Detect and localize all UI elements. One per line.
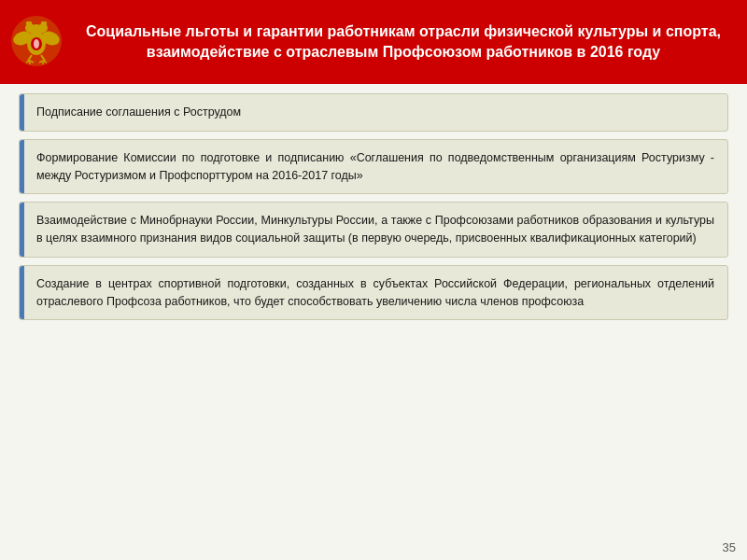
card-2: Формирование Комиссии по подготовке и по… [19,139,728,195]
card-text-1: Подписание соглашения с Рострудом [33,104,241,121]
slide-number: 35 [723,540,736,554]
card-accent-3 [20,203,24,257]
card-accent-2 [20,140,24,194]
header: Социальные льготы и гарантии работникам … [0,0,747,84]
svg-rect-8 [41,21,47,25]
card-3: Взаимодействие с Минобрнауки России, Мин… [19,202,728,258]
slide: Социальные льготы и гарантии работникам … [0,0,747,560]
svg-rect-7 [26,21,32,25]
card-1: Подписание соглашения с Рострудом [19,93,728,132]
content-area: Подписание соглашения с Рострудом Формир… [0,84,747,560]
card-accent-4 [20,266,24,320]
card-text-3: Взаимодействие с Минобрнауки России, Мин… [33,212,714,247]
card-text-2: Формирование Комиссии по подготовке и по… [33,149,714,185]
card-accent-1 [20,94,24,131]
svg-point-11 [34,39,39,49]
card-text-4: Создание в центрах спортивной подготовки… [33,275,714,311]
card-4: Создание в центрах спортивной подготовки… [19,265,728,321]
header-title: Социальные льготы и гарантии работникам … [75,21,732,63]
logo [9,14,65,70]
